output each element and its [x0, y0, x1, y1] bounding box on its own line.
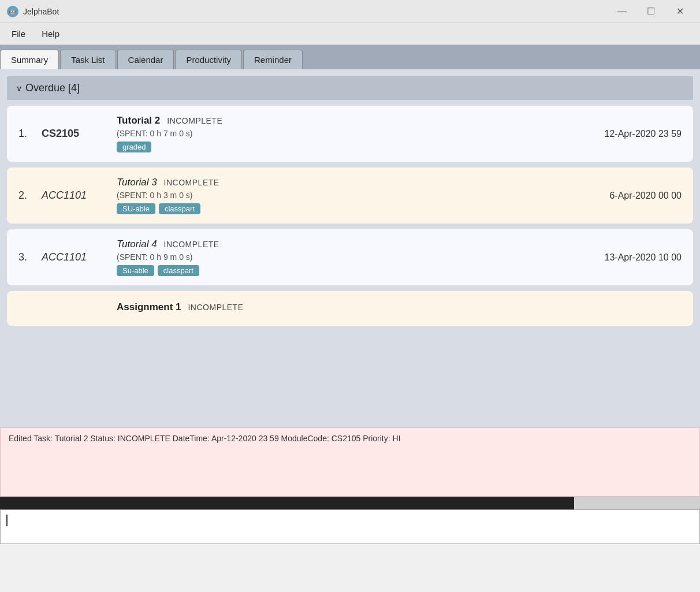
task-status-1: INCOMPLETE [167, 116, 222, 125]
log-text: Edited Task: Tutorial 2 Status: INCOMPLE… [9, 434, 691, 443]
minimize-button[interactable]: — [609, 2, 635, 21]
app-icon: 🤖 [7, 6, 18, 17]
tab-calendar[interactable]: Calendar [117, 50, 174, 69]
task-date-1: 12-Apr-2020 23 59 [605, 129, 682, 139]
input-cursor [6, 515, 8, 526]
maximize-button[interactable]: ☐ [638, 2, 664, 21]
window-controls: — ☐ ✕ [609, 2, 693, 21]
title-bar: 🤖 JelphaBot — ☐ ✕ [0, 0, 700, 23]
tag-graded: graded [117, 142, 151, 152]
title-bar-left: 🤖 JelphaBot [7, 6, 59, 17]
task-status-2: INCOMPLETE [164, 178, 219, 187]
tag-suable-2: SU-able [117, 203, 155, 214]
task-num-2: 2. [18, 189, 42, 202]
task-row-4[interactable]: Assignment 1 INCOMPLETE [7, 291, 693, 326]
progress-bar-container [0, 497, 700, 509]
task-tags-2: SU-able classpart [117, 203, 598, 214]
task-details-2: Tutorial 3 INCOMPLETE (SPENT: 0 h 3 m 0 … [117, 177, 598, 214]
task-details-4: Assignment 1 INCOMPLETE [117, 301, 682, 315]
tab-productivity[interactable]: Productivity [175, 50, 242, 69]
input-area[interactable] [0, 509, 700, 544]
tab-bar: Summary Task List Calendar Productivity … [0, 45, 700, 69]
task-title-4: Assignment 1 [117, 301, 181, 313]
overdue-header[interactable]: ∨ Overdue [4] [7, 76, 693, 100]
task-details-3: Tutorial 4 INCOMPLETE (SPENT: 0 h 9 m 0 … [117, 239, 593, 276]
task-row-2[interactable]: 2. ACC1101 Tutorial 3 INCOMPLETE (SPENT:… [7, 167, 693, 224]
task-date-2: 6-Apr-2020 00 00 [609, 191, 682, 201]
task-spent-2: (SPENT: 0 h 3 m 0 s) [117, 191, 598, 200]
task-module-1: CS2105 [42, 128, 117, 140]
menu-file[interactable]: File [5, 27, 32, 41]
log-area: Edited Task: Tutorial 2 Status: INCOMPLE… [0, 427, 700, 497]
tag-classpart-3: classpart [158, 265, 199, 276]
task-tags-3: Su-able classpart [117, 265, 593, 276]
tag-suable-3: Su-able [117, 265, 154, 276]
task-title-2: Tutorial 3 [117, 177, 157, 188]
menu-help[interactable]: Help [35, 27, 66, 41]
menu-bar: File Help [0, 23, 700, 45]
close-button[interactable]: ✕ [667, 2, 693, 21]
task-title-3: Tutorial 4 [117, 239, 157, 250]
task-status-4: INCOMPLETE [188, 303, 243, 312]
task-spent-3: (SPENT: 0 h 9 m 0 s) [117, 252, 593, 262]
task-date-3: 13-Apr-2020 10 00 [605, 252, 682, 263]
task-row-1[interactable]: 1. CS2105 Tutorial 2 INCOMPLETE (SPENT: … [7, 106, 693, 162]
overdue-chevron-icon: ∨ [16, 84, 22, 93]
main-content: ∨ Overdue [4] 1. CS2105 Tutorial 2 INCOM… [0, 69, 700, 427]
task-status-3: INCOMPLETE [164, 240, 219, 249]
tab-summary[interactable]: Summary [0, 50, 59, 69]
task-title-1: Tutorial 2 [117, 115, 160, 126]
overdue-title: Overdue [4] [25, 82, 80, 94]
task-module-2: ACC1101 [42, 189, 117, 202]
task-row-3[interactable]: 3. ACC1101 Tutorial 4 INCOMPLETE (SPENT:… [7, 229, 693, 285]
progress-bar-fill [0, 497, 574, 509]
task-details-1: Tutorial 2 INCOMPLETE (SPENT: 0 h 7 m 0 … [117, 115, 593, 152]
tab-reminder[interactable]: Reminder [243, 50, 303, 69]
task-num-3: 3. [18, 251, 42, 263]
task-num-1: 1. [18, 128, 42, 140]
tab-tasklist[interactable]: Task List [60, 50, 116, 69]
task-module-3: ACC1101 [42, 251, 117, 263]
task-tags-1: graded [117, 142, 593, 152]
app-title: JelphaBot [23, 7, 59, 16]
task-spent-1: (SPENT: 0 h 7 m 0 s) [117, 129, 593, 138]
tag-classpart-2: classpart [159, 203, 200, 214]
